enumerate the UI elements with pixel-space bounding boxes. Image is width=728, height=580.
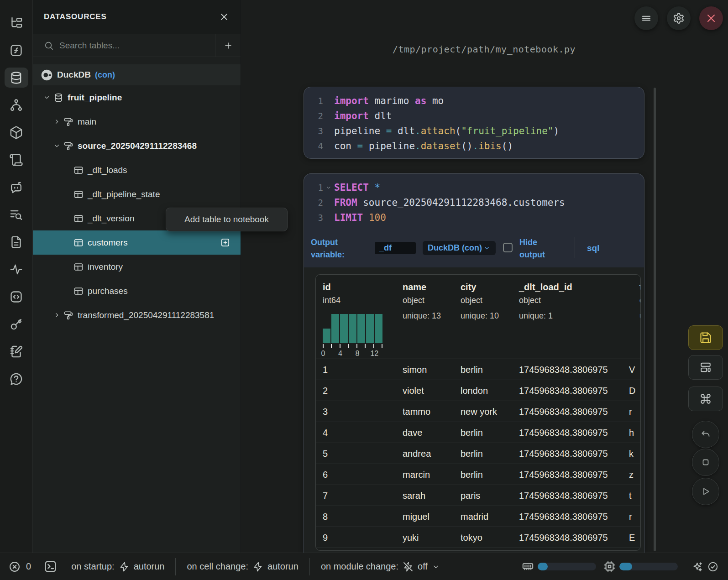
error-counter[interactable]: 0 xyxy=(8,560,31,573)
tree-item-purchases[interactable]: purchases xyxy=(33,279,241,303)
table-row[interactable]: 6 marcin berlin 1745968348.3806975 z xyxy=(316,464,640,485)
tooltip: Add table to notebook xyxy=(166,208,288,231)
tree-item-source_202504291112283468[interactable]: source_202504291112283468 xyxy=(33,134,241,158)
cell-output-area: id int64 name object unique: 13 city obj… xyxy=(304,267,644,553)
undo-icon xyxy=(700,429,711,440)
add-datasource-button[interactable] xyxy=(215,34,241,57)
close-panel-button[interactable] xyxy=(219,11,230,22)
notebook-scrollbar[interactable] xyxy=(654,88,656,551)
undo-button[interactable] xyxy=(692,421,719,448)
run-button[interactable] xyxy=(692,478,719,505)
rail-item-docs[interactable] xyxy=(5,232,28,252)
box-icon xyxy=(9,125,23,140)
table-row[interactable]: 3 tammo new york 1745968348.3806975 r xyxy=(316,401,640,422)
panel-title: DATASOURCES xyxy=(44,12,107,21)
runtime-setting[interactable]: on cell change: autorun xyxy=(175,558,309,575)
language-badge[interactable]: sql xyxy=(587,243,599,253)
add-table-button[interactable] xyxy=(220,237,230,248)
table-row[interactable]: 1 simon berlin 1745968348.3806975 V xyxy=(316,359,640,380)
save-button[interactable] xyxy=(688,325,723,350)
rail-item-file-tree[interactable] xyxy=(5,13,28,33)
column-header[interactable]: id xyxy=(323,282,331,293)
clipped-table-row xyxy=(316,548,640,551)
rail-item-function-square[interactable] xyxy=(5,40,28,60)
play-icon xyxy=(700,486,711,497)
tree-item-_dlt_pipeline_state[interactable]: _dlt_pipeline_state xyxy=(33,182,241,206)
tree-item-fruit_pipeline[interactable]: fruit_pipeline xyxy=(33,85,241,110)
command-palette-button[interactable] xyxy=(688,387,723,411)
workflow-icon xyxy=(9,98,23,112)
stop-button[interactable] xyxy=(692,449,719,476)
table-row[interactable]: 7 sarah paris 1745968348.3806975 t xyxy=(316,485,640,506)
search-input[interactable] xyxy=(54,41,215,51)
line-number: 3 xyxy=(304,126,323,136)
fold-chevron-icon[interactable] xyxy=(323,184,334,191)
tree-item-_dlt_loads[interactable]: _dlt_loads xyxy=(33,158,241,182)
settings-icon xyxy=(673,12,685,24)
layout-button[interactable] xyxy=(688,355,723,380)
list-search-icon xyxy=(9,208,23,222)
sql-editor[interactable]: 1SELECT *2FROM source_202504291112283468… xyxy=(304,180,644,225)
table-row[interactable]: 9 yuki tokyo 1745968348.3806975 E xyxy=(316,527,640,548)
engine-select[interactable]: DuckDB (con) xyxy=(423,241,496,255)
plus-icon xyxy=(223,41,233,51)
code-square-icon xyxy=(9,290,23,304)
chevron-down-icon xyxy=(483,244,491,252)
tree-item-inventory[interactable]: inventory xyxy=(33,255,241,279)
rail-item-datasources[interactable] xyxy=(5,68,28,88)
ai-assistant-button[interactable] xyxy=(691,561,703,573)
chevron-down-icon xyxy=(41,93,52,102)
hide-output-label[interactable]: Hide output xyxy=(519,236,545,261)
settings-button[interactable] xyxy=(667,6,691,30)
table-icon xyxy=(73,214,84,224)
output-variable-input[interactable] xyxy=(375,242,416,254)
code-cell-python[interactable]: 1import marimo as mo2import dlt3pipeline… xyxy=(304,87,644,159)
hide-output-checkbox[interactable] xyxy=(503,243,513,252)
tree-item-transformed_202504291112283581[interactable]: transformed_202504291112283581 xyxy=(33,303,241,327)
code-line: 1SELECT * xyxy=(304,180,644,195)
connection-engine: DuckDB xyxy=(57,70,91,80)
table-row[interactable]: 2 violet london 1745968348.3806975 D xyxy=(316,380,640,401)
connection-row[interactable]: DuckDB (con) xyxy=(33,64,241,85)
column-header[interactable]: _dlt_load_id xyxy=(519,282,572,293)
rail-item-keys[interactable] xyxy=(5,314,28,334)
zap-icon xyxy=(119,561,130,572)
table-icon xyxy=(73,286,84,296)
column-header[interactable]: city xyxy=(461,282,476,293)
table-row[interactable]: 4 dave berlin 1745968348.3806975 h xyxy=(316,422,640,443)
code-line: 2import dlt xyxy=(304,108,644,123)
error-count: 0 xyxy=(26,561,31,572)
menu-button[interactable] xyxy=(634,6,658,30)
meter-track xyxy=(538,563,596,570)
menu-icon xyxy=(640,12,652,24)
terminal-button[interactable] xyxy=(43,559,58,574)
rail-item-scratchpad[interactable] xyxy=(5,341,28,361)
connection-status-button[interactable] xyxy=(707,561,719,573)
runtime-setting[interactable]: on module change: off xyxy=(309,558,451,575)
resource-meter xyxy=(603,560,681,573)
histogram-bar xyxy=(340,314,348,343)
connection-name: (con) xyxy=(95,70,115,80)
rail-item-packages[interactable] xyxy=(5,122,28,142)
code-text: SELECT * xyxy=(334,182,380,193)
table-row[interactable]: 5 andrea berlin 1745968348.3806975 k xyxy=(316,443,640,464)
rail-item-logs[interactable] xyxy=(5,150,28,170)
id-histogram: 04812 xyxy=(323,314,382,358)
rail-item-chat[interactable] xyxy=(5,177,28,197)
rail-item-search[interactable] xyxy=(5,204,28,225)
tree-item-main[interactable]: main xyxy=(33,110,241,134)
runtime-setting[interactable]: on startup: autorun xyxy=(60,558,175,575)
resource-meters xyxy=(522,560,719,573)
table-icon xyxy=(73,189,84,199)
rail-item-activity[interactable] xyxy=(5,259,28,279)
cpu-icon xyxy=(603,560,616,573)
marimo-app: DATASOURCES DuckDB (con) fruit_pipeline xyxy=(0,0,728,580)
rail-item-help[interactable] xyxy=(5,369,28,389)
rail-item-snippets[interactable] xyxy=(5,287,28,307)
table-row[interactable]: 8 miguel madrid 1745968348.3806975 r xyxy=(316,506,640,527)
rail-item-workflow[interactable] xyxy=(5,95,28,115)
column-header[interactable]: name xyxy=(403,282,426,293)
result-table: id int64 name object unique: 13 city obj… xyxy=(315,274,641,551)
tree-item-customers[interactable]: customers xyxy=(33,230,241,255)
shutdown-button[interactable] xyxy=(699,6,723,30)
